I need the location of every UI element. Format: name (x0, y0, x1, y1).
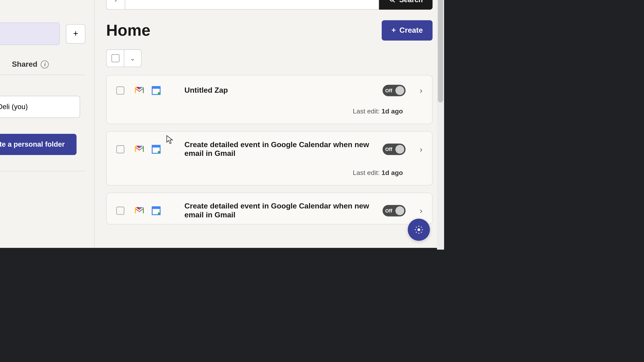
divider (0, 171, 85, 171)
toggle-label: Off (385, 208, 392, 213)
scrollbar-thumb[interactable] (438, 0, 443, 102)
tab-shared[interactable]: Shared i (10, 56, 51, 75)
zap-toggle[interactable]: Off (382, 205, 406, 217)
google-calendar-icon (150, 204, 162, 217)
add-folder-button[interactable]: + (66, 24, 85, 43)
content-heading: Home (106, 21, 150, 40)
chevron-right-icon: › (114, 0, 117, 4)
google-calendar-icon (150, 143, 162, 156)
create-button[interactable]: + Create (382, 20, 432, 40)
toggle-label: Off (385, 88, 392, 93)
owner-select[interactable]: LD Lauren Deli (you) (0, 96, 80, 118)
folder-panel-title: Zaps (0, 0, 85, 12)
chevron-down-icon: ⌄ (130, 55, 135, 62)
chevron-right-icon[interactable]: › (420, 206, 422, 215)
chevron-right-icon[interactable]: › (420, 86, 422, 95)
last-edit-value: 1d ago (382, 169, 403, 176)
create-button-label: Create (400, 26, 423, 35)
zap-card: Create detailed event in Google Calendar… (106, 131, 432, 186)
last-edit-label: Last edit: (353, 107, 380, 115)
help-chat-button[interactable] (408, 219, 430, 241)
svg-rect-18 (152, 207, 160, 209)
owner-name: Lauren Deli (you) (0, 103, 28, 111)
zap-title[interactable]: Create detailed event in Google Calendar… (184, 140, 374, 158)
zap-title[interactable]: Create detailed event in Google Calendar… (184, 202, 374, 220)
zap-checkbox[interactable] (116, 86, 124, 94)
search-input[interactable] (125, 0, 379, 9)
zap-card: Untitled Zap Off › Last edit: 1d ago (106, 75, 432, 124)
zap-card: Create detailed event in Google Calendar… (106, 193, 432, 224)
search-button[interactable]: Search (379, 0, 432, 9)
last-edit-value: 1d ago (382, 107, 403, 115)
trash-folder[interactable]: Trash (0, 182, 85, 191)
search-button-label: Search (399, 0, 423, 4)
svg-rect-13 (158, 92, 160, 94)
folder-tabs: Personal i Shared i (0, 56, 85, 75)
svg-point-9 (390, 0, 393, 1)
info-icon[interactable]: i (41, 60, 49, 68)
toggle-label: Off (385, 147, 392, 152)
content-panel: › Search Home + Create ⌄ (95, 0, 444, 248)
svg-line-10 (393, 1, 394, 2)
create-folder-label: Create a personal folder (0, 140, 65, 148)
plus-icon: + (73, 29, 78, 39)
folder-panel: Zaps Home + Personal i Shared i Owned by (0, 0, 95, 248)
svg-rect-16 (158, 151, 160, 153)
select-dropdown[interactable]: ⌄ (124, 49, 142, 67)
zap-toggle[interactable]: Off (382, 143, 406, 155)
zap-checkbox[interactable] (116, 207, 124, 215)
last-edit-label: Last edit: (353, 169, 380, 176)
plus-icon: + (392, 26, 396, 35)
gmail-icon (133, 143, 146, 156)
create-personal-folder-button[interactable]: + Create a personal folder (0, 134, 76, 155)
svg-rect-19 (158, 213, 160, 215)
gmail-icon (133, 84, 146, 97)
svg-rect-15 (152, 145, 160, 147)
tab-label: Shared (12, 60, 38, 69)
expand-search-button[interactable]: › (106, 0, 125, 9)
gmail-icon (133, 204, 146, 217)
chevron-right-icon[interactable]: › (420, 145, 422, 154)
google-calendar-icon (150, 84, 162, 97)
home-folder-chip[interactable]: Home (0, 22, 60, 45)
zap-toggle[interactable]: Off (382, 85, 406, 96)
svg-rect-12 (152, 86, 160, 89)
vertical-scrollbar[interactable] (437, 0, 444, 250)
zap-checkbox[interactable] (116, 145, 124, 153)
zap-title[interactable]: Untitled Zap (184, 86, 374, 95)
svg-point-20 (418, 228, 420, 231)
select-all-checkbox[interactable] (106, 49, 124, 67)
owned-by-label: Owned by (0, 84, 85, 91)
